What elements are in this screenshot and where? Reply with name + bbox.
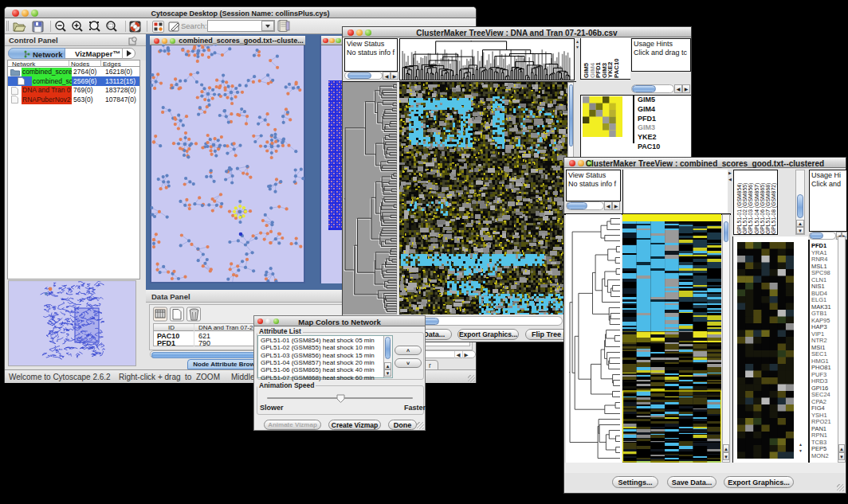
svg-text:GPL51-08 (GSM872): GPL51-08 (GSM872) <box>771 183 777 234</box>
svg-text:PAC10: PAC10 <box>613 58 620 78</box>
